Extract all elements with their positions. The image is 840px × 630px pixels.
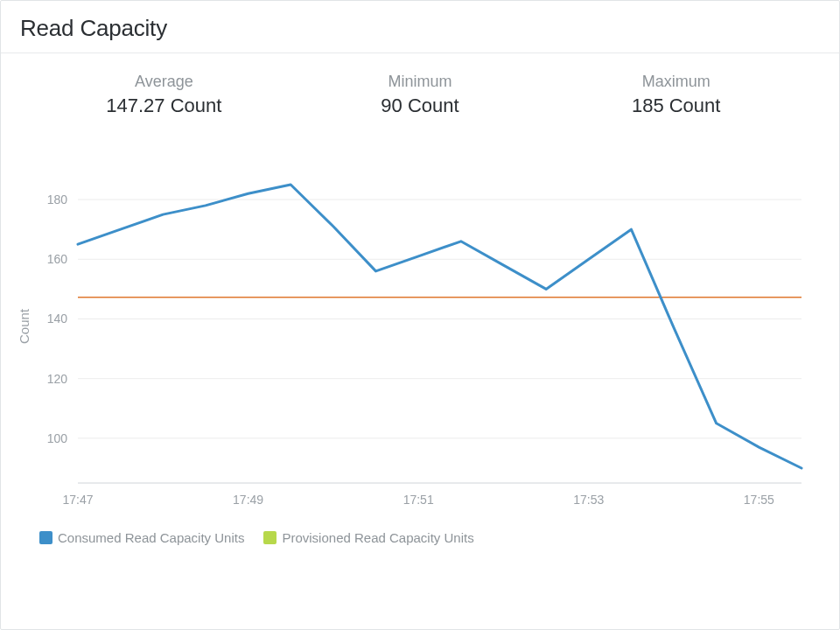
y-tick-label: 120: [47, 372, 68, 386]
stat-label-maximum: Maximum: [548, 73, 804, 91]
chart-area: 10012014016018017:4717:4917:5117:5317:55…: [1, 144, 839, 520]
legend-swatch-consumed: [39, 531, 52, 544]
y-tick-label: 160: [47, 252, 68, 266]
stat-value-minimum: 90 Count: [292, 94, 549, 117]
stat-label-average: Average: [36, 73, 292, 91]
x-tick-label: 17:51: [403, 493, 434, 507]
read-capacity-panel: Read Capacity Average 147.27 Count Minim…: [0, 0, 840, 630]
y-tick-label: 180: [47, 192, 68, 206]
x-tick-label: 17:49: [233, 493, 263, 507]
stat-value-maximum: 185 Count: [548, 94, 804, 117]
stats-row: Average 147.27 Count Minimum 90 Count Ma…: [1, 53, 839, 144]
stat-minimum: Minimum 90 Count: [292, 73, 549, 117]
legend-item-provisioned[interactable]: Provisioned Read Capacity Units: [263, 530, 473, 545]
legend-label-provisioned: Provisioned Read Capacity Units: [282, 530, 473, 545]
x-tick-label: 17:53: [573, 493, 604, 507]
legend-item-consumed[interactable]: Consumed Read Capacity Units: [39, 530, 244, 545]
stat-value-average: 147.27 Count: [36, 94, 292, 117]
chart-legend: Consumed Read Capacity Units Provisioned…: [1, 520, 839, 561]
stat-maximum: Maximum 185 Count: [548, 73, 804, 117]
x-tick-label: 17:47: [62, 493, 93, 507]
series-line: [78, 185, 802, 468]
y-tick-label: 100: [47, 431, 68, 445]
x-tick-label: 17:55: [744, 493, 774, 507]
stat-average: Average 147.27 Count: [36, 73, 292, 117]
y-tick-label: 140: [47, 312, 68, 326]
legend-swatch-provisioned: [263, 531, 276, 544]
line-chart-svg: 10012014016018017:4717:4917:5117:5317:55…: [10, 144, 810, 520]
panel-title: Read Capacity: [1, 1, 839, 53]
y-axis-label: Count: [17, 308, 32, 344]
legend-label-consumed: Consumed Read Capacity Units: [58, 530, 244, 545]
stat-label-minimum: Minimum: [292, 73, 549, 91]
